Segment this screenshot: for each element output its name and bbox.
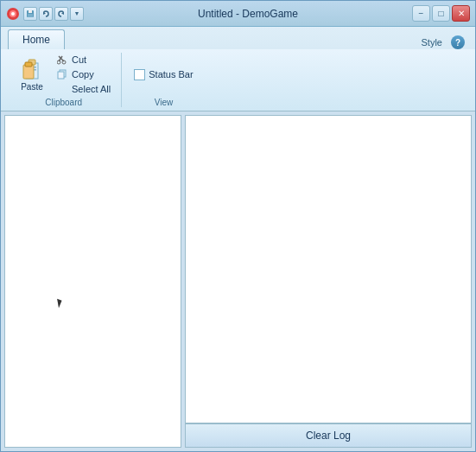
main-content: Clear Log [1, 111, 475, 451]
style-button[interactable]: Style [418, 35, 446, 49]
clipboard-group-label: Clipboard [45, 98, 82, 107]
ribbon-content: Paste Cut [1, 49, 475, 111]
ribbon: Home Style ? [1, 27, 475, 111]
view-group: Status Bar View [122, 53, 205, 107]
select-all-label: Select All [72, 84, 111, 94]
view-group-items: Status Bar [129, 53, 198, 96]
undo-quick-btn[interactable] [39, 7, 53, 21]
clear-log-button[interactable]: Clear Log [186, 423, 471, 447]
clipboard-group: Paste Cut [6, 53, 122, 107]
cut-icon [56, 54, 68, 66]
maximize-button[interactable]: □ [432, 5, 450, 22]
view-group-label: View [155, 98, 174, 107]
window-controls: − □ ✕ [412, 5, 470, 22]
copy-button[interactable]: Copy [53, 67, 114, 81]
svg-rect-4 [29, 10, 32, 13]
dropdown-quick-btn[interactable]: ▼ [70, 7, 84, 21]
ribbon-right-controls: Style ? [418, 35, 468, 49]
svg-rect-5 [28, 14, 33, 17]
status-bar-checkbox-box[interactable] [134, 69, 145, 80]
save-quick-btn[interactable] [23, 7, 37, 21]
redo-quick-btn[interactable] [54, 7, 68, 21]
paste-icon [21, 58, 43, 80]
app-icon [6, 7, 20, 21]
left-panel-content [5, 116, 181, 447]
cut-label: Cut [72, 54, 86, 65]
log-area [185, 115, 472, 423]
status-bar-checkbox[interactable]: Status Bar [134, 69, 193, 80]
help-button[interactable]: ? [451, 35, 465, 49]
cut-button[interactable]: Cut [53, 53, 114, 67]
right-panel: Clear Log [185, 115, 472, 448]
title-bar: ▼ Untitled - DemoGame − □ ✕ [1, 1, 475, 27]
svg-rect-20 [58, 72, 64, 79]
select-all-icon [56, 83, 68, 95]
svg-rect-14 [25, 62, 32, 67]
window-title: Untitled - DemoGame [84, 8, 412, 20]
minimize-button[interactable]: − [412, 5, 430, 22]
clipboard-group-items: Paste Cut [13, 53, 114, 96]
paste-button[interactable]: Paste [13, 53, 51, 96]
paste-label: Paste [21, 82, 43, 92]
clipboard-small-buttons: Cut Copy [53, 53, 114, 96]
svg-point-2 [11, 12, 15, 16]
quick-access-toolbar: ▼ [23, 7, 84, 21]
copy-icon [56, 68, 68, 80]
ribbon-tab-bar: Home Style ? [1, 27, 475, 49]
view-checkboxes: Status Bar [129, 66, 198, 84]
log-controls: Clear Log [185, 423, 472, 448]
main-window: ▼ Untitled - DemoGame − □ ✕ Home Style ? [0, 0, 476, 452]
status-bar-label: Status Bar [149, 69, 193, 80]
copy-label: Copy [72, 69, 94, 80]
title-bar-left: ▼ [6, 7, 84, 21]
left-panel [4, 115, 181, 448]
close-button[interactable]: ✕ [452, 5, 470, 22]
select-all-button[interactable]: Select All [53, 82, 114, 96]
tab-home[interactable]: Home [8, 29, 65, 49]
